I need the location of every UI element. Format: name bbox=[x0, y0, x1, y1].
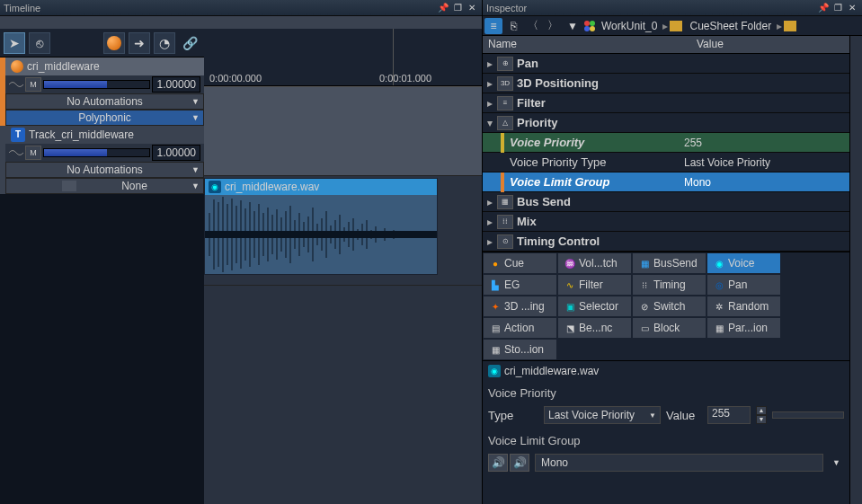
file-reference[interactable]: ◉ cri_middleware.wav bbox=[488, 365, 844, 377]
tab-beat-sync[interactable]: ⬔Be...nc bbox=[557, 317, 632, 339]
tab-cue[interactable]: ●Cue bbox=[483, 252, 557, 274]
tab-filter[interactable]: ∿Filter bbox=[557, 274, 632, 296]
tab-timing[interactable]: ⁝⁝Timing bbox=[632, 274, 706, 296]
clip-filename: cri_middleware.wav bbox=[225, 181, 319, 193]
tab-3d-positioning[interactable]: ✦3D ...ing bbox=[483, 296, 557, 317]
limit-group-field[interactable]: Mono bbox=[535, 454, 823, 472]
svg-point-88 bbox=[590, 21, 595, 26]
tab-random[interactable]: ✲Random bbox=[706, 296, 781, 317]
tab-selector[interactable]: ▣Selector bbox=[557, 296, 632, 317]
tab-voice[interactable]: ◉Voice bbox=[706, 252, 781, 274]
prop-row-timing[interactable]: ▸⊙ Timing Control bbox=[483, 232, 849, 252]
nav-back-icon[interactable]: 〈 bbox=[524, 18, 542, 34]
svg-point-90 bbox=[590, 26, 595, 31]
track-list-panel: ➤ ⎋ ➜ ◔ 🔗 cri_middleware M bbox=[0, 29, 204, 504]
prop-row-voice-priority[interactable]: Voice Priority 255 bbox=[483, 133, 849, 153]
prop-row-3d[interactable]: ▸3D 3D Positioning bbox=[483, 74, 849, 93]
chevron-down-icon[interactable]: ▼ bbox=[564, 18, 582, 34]
close-icon[interactable]: ✕ bbox=[846, 2, 858, 14]
pin-icon[interactable]: 📌 bbox=[437, 2, 449, 14]
automations-dropdown-1[interactable]: No Automations▼ bbox=[5, 93, 204, 110]
value-slider[interactable] bbox=[772, 411, 844, 419]
mode-dropdown-2[interactable]: None▼ bbox=[5, 178, 204, 194]
track-name-1: cri_middleware bbox=[27, 60, 100, 73]
tab-storage[interactable]: ▦Sto...ion bbox=[483, 339, 557, 360]
track-type-icon: T bbox=[11, 128, 25, 142]
timeline-canvas[interactable]: 0:00:00.000 0:00:01.000 ◉ cri_middleware… bbox=[204, 29, 482, 504]
volume-slider-2[interactable] bbox=[43, 148, 150, 157]
breadcrumb-workunit[interactable]: WorkUnit_0 bbox=[598, 20, 661, 32]
tab-bus-send[interactable]: ▦BusSend bbox=[632, 252, 706, 274]
arrow-tool[interactable]: ➜ bbox=[129, 32, 150, 54]
workunit-icon bbox=[583, 20, 596, 32]
pointer-tool[interactable]: ➤ bbox=[4, 32, 25, 54]
clock-tool[interactable]: ◔ bbox=[154, 32, 175, 54]
orb-tool[interactable] bbox=[103, 32, 125, 54]
track-header-2[interactable]: T Track_cri_middleware bbox=[5, 126, 204, 144]
type-combo[interactable]: Last Voice Priority▼ bbox=[544, 406, 661, 424]
ruler-time-0: 0:00:00.000 bbox=[209, 73, 262, 84]
inspector-title: Inspector bbox=[486, 3, 817, 13]
prop-row-pan[interactable]: ▸⊕ Pan bbox=[483, 54, 849, 74]
pin-icon[interactable]: 📌 bbox=[817, 2, 830, 14]
ruler-time-1: 0:00:01.000 bbox=[379, 73, 431, 84]
inspector-title-bar: Inspector 📌 ❐ ✕ bbox=[483, 0, 862, 16]
value-input[interactable]: 255 bbox=[707, 406, 751, 424]
tab-pan[interactable]: ◎Pan bbox=[706, 274, 781, 296]
close-icon[interactable]: ✕ bbox=[466, 2, 478, 14]
value-label: Value bbox=[666, 409, 702, 422]
value-spinner[interactable]: ▲▼ bbox=[756, 406, 767, 424]
breadcrumb-folder[interactable]: CueSheet Folder bbox=[686, 20, 775, 32]
section-voice-priority: Voice Priority bbox=[488, 386, 844, 400]
volume-slider-1[interactable] bbox=[43, 80, 150, 89]
type-label: Type bbox=[488, 409, 538, 422]
prop-row-bus-send[interactable]: ▸▦ Bus Send bbox=[483, 192, 849, 212]
tab-volume-pitch[interactable]: ♒Vol...tch bbox=[557, 252, 632, 274]
column-name: Name bbox=[483, 36, 691, 53]
prop-row-filter[interactable]: ▸≡ Filter bbox=[483, 93, 849, 113]
wave-icon bbox=[9, 146, 23, 159]
split-tool[interactable]: ⎋ bbox=[29, 32, 50, 54]
copy-icon[interactable]: ⎘ bbox=[504, 18, 522, 34]
prop-row-voice-priority-type[interactable]: Voice Priority Type Last Voice Priority bbox=[483, 153, 849, 172]
chevron-down-icon[interactable]: ▼ bbox=[829, 458, 844, 467]
audio-track-lane[interactable]: ◉ cri_middleware.wav bbox=[204, 178, 482, 286]
cue-orb-icon bbox=[11, 60, 23, 73]
timeline-ruler[interactable]: 0:00:00.000 0:00:01.000 bbox=[204, 29, 482, 86]
mute-button-1[interactable]: M bbox=[25, 77, 41, 92]
wave-icon bbox=[9, 78, 23, 91]
svg-rect-0 bbox=[205, 231, 437, 238]
volume-value-2[interactable]: 1.00000 bbox=[152, 145, 200, 161]
timeline-title-bar: Timeline 📌 ❐ ✕ bbox=[0, 0, 482, 16]
track-header-1[interactable]: cri_middleware bbox=[5, 57, 204, 75]
window-icon[interactable]: ❐ bbox=[451, 2, 464, 14]
nav-forward-icon[interactable]: 〉 bbox=[544, 18, 562, 34]
tab-partition[interactable]: ▦Par...ion bbox=[706, 317, 781, 339]
prop-row-priority[interactable]: ▾△ Priority bbox=[483, 113, 849, 133]
tab-action[interactable]: ▤Action bbox=[483, 317, 557, 339]
tab-block[interactable]: ▭Block bbox=[632, 317, 706, 339]
automations-dropdown-2[interactable]: No Automations▼ bbox=[5, 162, 204, 178]
speaker-right-icon[interactable]: 🔊 bbox=[510, 454, 529, 472]
mode-dropdown-1[interactable]: Polyphonic▼ bbox=[5, 110, 204, 126]
volume-value-1[interactable]: 1.00000 bbox=[152, 76, 200, 93]
column-value: Value bbox=[691, 36, 729, 53]
mute-button-2[interactable]: M bbox=[25, 146, 41, 160]
prop-row-voice-limit-group[interactable]: Voice Limit Group Mono bbox=[483, 172, 849, 192]
prop-row-mix[interactable]: ▸⁞⁞ Mix bbox=[483, 212, 849, 232]
waveform-display bbox=[205, 195, 437, 274]
breadcrumb-bar: ≡ ⎘ 〈 〉 ▼ WorkUnit_0 ▸ CueSheet Folder ▸ bbox=[483, 16, 862, 36]
inspector-scrollbar[interactable] bbox=[849, 36, 862, 504]
section-voice-limit-group: Voice Limit Group bbox=[488, 434, 844, 447]
speaker-left-icon[interactable]: 🔊 bbox=[488, 454, 508, 472]
link-tool[interactable]: 🔗 bbox=[179, 32, 200, 54]
folder-icon bbox=[670, 21, 682, 31]
window-icon[interactable]: ❐ bbox=[831, 2, 844, 14]
tab-eg[interactable]: ▙EG bbox=[483, 274, 557, 296]
detail-panel: ◉ cri_middleware.wav Voice Priority Type… bbox=[483, 361, 849, 504]
property-header: Name Value bbox=[483, 36, 849, 54]
tab-switch[interactable]: ⊘Switch bbox=[632, 296, 706, 317]
property-list: ▸⊕ Pan ▸3D 3D Positioning ▸≡ Filter ▾△ P… bbox=[483, 54, 849, 252]
audio-clip[interactable]: ◉ cri_middleware.wav bbox=[204, 178, 438, 275]
menu-icon[interactable]: ≡ bbox=[484, 18, 502, 34]
